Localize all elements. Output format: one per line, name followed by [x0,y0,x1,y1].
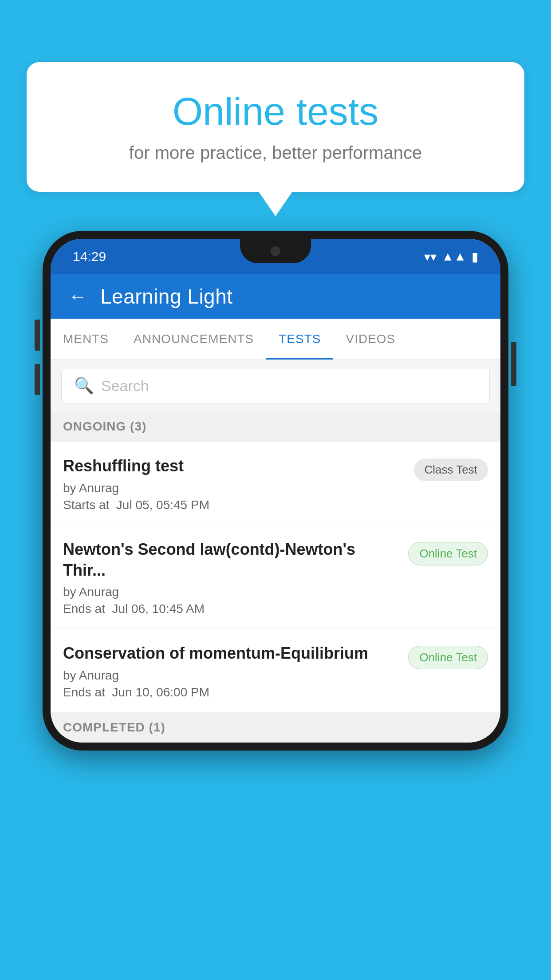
test-name-conservation: Conservation of momentum-Equilibrium [63,643,399,664]
badge-class-test: Class Test [414,458,488,481]
tab-ments[interactable]: MENTS [51,319,121,360]
test-info-conservation: Conservation of momentum-Equilibrium by … [63,643,408,699]
completed-section-header: COMPLETED (1) [51,712,500,743]
test-info-newtons: Newton's Second law(contd)-Newton's Thir… [63,539,408,616]
bubble-title: Online tests [62,89,489,134]
test-list: Reshuffling test by Anurag Starts at Jul… [51,442,500,712]
badge-online-test-newtons: Online Test [408,542,488,565]
notch [240,239,311,263]
back-button[interactable]: ← [68,286,87,307]
app-title: Learning Light [100,285,233,308]
test-date-reshuffling: Starts at Jul 05, 05:45 PM [63,498,405,512]
completed-label: COMPLETED (1) [63,720,165,734]
test-author-reshuffling: by Anurag [63,481,405,495]
search-container: 🔍 Search [51,360,500,411]
search-icon: 🔍 [74,376,94,395]
ongoing-label: ONGOING (3) [63,419,146,433]
tab-videos[interactable]: VIDEOS [333,319,408,360]
camera-dot [271,246,280,256]
volume-up-button[interactable] [35,320,40,351]
test-name-reshuffling: Reshuffling test [63,456,405,477]
tab-tests[interactable]: TESTS [266,319,333,360]
app-header: ← Learning Light [51,274,500,319]
test-name-newtons: Newton's Second law(contd)-Newton's Thir… [63,539,399,581]
power-button[interactable] [511,342,516,386]
phone-wrapper: 14:29 ▾▾ ▲▲ ▮ ← Learning Light MENTS ANN… [43,231,508,751]
tabs-bar: MENTS ANNOUNCEMENTS TESTS VIDEOS [51,319,500,360]
wifi-icon: ▾▾ [424,249,437,264]
status-bar: 14:29 ▾▾ ▲▲ ▮ [51,239,500,274]
test-date-newtons: Ends at Jul 06, 10:45 AM [63,602,399,616]
status-icons: ▾▾ ▲▲ ▮ [424,249,478,264]
test-item-conservation[interactable]: Conservation of momentum-Equilibrium by … [51,629,500,712]
bubble-subtitle: for more practice, better performance [62,143,489,163]
status-time: 14:29 [73,249,106,264]
speech-bubble: Online tests for more practice, better p… [27,62,524,192]
test-author-conservation: by Anurag [63,668,399,683]
speech-bubble-container: Online tests for more practice, better p… [27,62,524,192]
search-placeholder: Search [101,377,149,395]
search-bar[interactable]: 🔍 Search [61,368,490,403]
test-item-reshuffling[interactable]: Reshuffling test by Anurag Starts at Jul… [51,442,500,525]
test-date-conservation: Ends at Jun 10, 06:00 PM [63,685,399,699]
battery-icon: ▮ [472,249,478,264]
volume-down-button[interactable] [35,364,40,395]
test-author-newtons: by Anurag [63,585,399,599]
test-item-newtons[interactable]: Newton's Second law(contd)-Newton's Thir… [51,525,500,629]
tab-announcements[interactable]: ANNOUNCEMENTS [121,319,266,360]
test-info-reshuffling: Reshuffling test by Anurag Starts at Jul… [63,456,414,512]
phone-frame: 14:29 ▾▾ ▲▲ ▮ ← Learning Light MENTS ANN… [43,231,508,751]
signal-icon: ▲▲ [442,249,466,264]
phone-screen: 14:29 ▾▾ ▲▲ ▮ ← Learning Light MENTS ANN… [51,239,500,743]
ongoing-section-header: ONGOING (3) [51,411,500,442]
badge-online-test-conservation: Online Test [408,646,488,669]
